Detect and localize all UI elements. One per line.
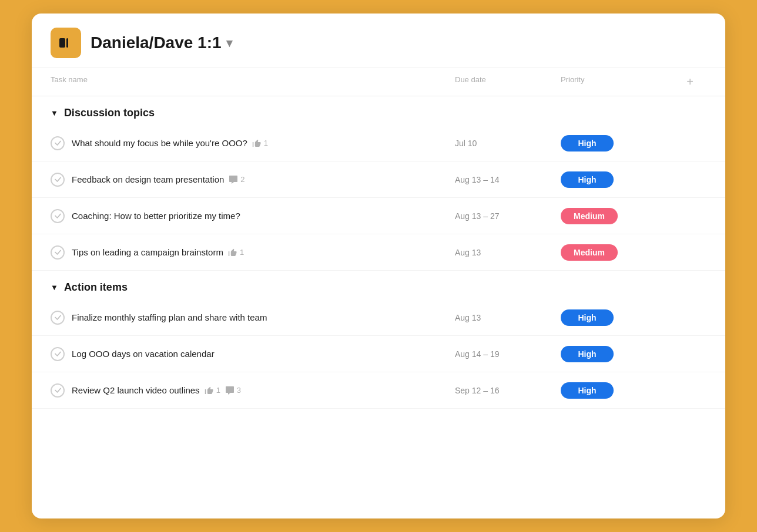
sections-container: ▼ Discussion topics What should my focus… — [32, 96, 725, 409]
priority-badge[interactable]: High — [561, 346, 614, 362]
task-row: What should my focus be while you're OOO… — [32, 125, 725, 161]
priority-badge[interactable]: Medium — [561, 244, 618, 261]
due-date: Aug 13 – 27 — [450, 211, 556, 221]
task-checkbox[interactable] — [51, 311, 65, 325]
due-date: Jul 10 — [450, 139, 556, 148]
task-name-cell: Tips on leading a campaign brainstorm 1 — [51, 238, 450, 267]
task-label: Finalize monthly staffing plan and share… — [72, 312, 267, 322]
priority-badge[interactable]: High — [561, 382, 614, 399]
task-row: Finalize monthly staffing plan and share… — [32, 299, 725, 336]
due-date: Aug 13 — [450, 313, 556, 322]
add-column-button[interactable]: + — [674, 68, 706, 96]
svg-rect-0 — [59, 38, 65, 48]
task-label: Feedback on design team presentation 2 — [72, 174, 245, 184]
priority-cell: High — [556, 346, 674, 362]
task-name-cell: Feedback on design team presentation 2 — [51, 166, 450, 194]
header: Daniela/Dave 1:1 ▾ — [32, 14, 725, 68]
section-header-action-items: ▼ Action items — [32, 271, 725, 299]
section-title-action-items: Action items — [64, 281, 128, 294]
task-label: Log OOO days on vacation calendar — [72, 349, 215, 359]
app-icon — [51, 28, 81, 58]
task-row: Feedback on design team presentation 2 A… — [32, 161, 725, 198]
svg-rect-1 — [66, 38, 68, 48]
task-checkbox[interactable] — [51, 173, 65, 187]
col-header-priority: Priority — [556, 68, 674, 96]
page-title: Daniela/Dave 1:1 ▾ — [91, 33, 232, 52]
priority-cell: Medium — [556, 244, 674, 261]
title-text: Daniela/Dave 1:1 — [91, 33, 222, 52]
task-name-cell: Coaching: How to better prioritize my ti… — [51, 202, 450, 230]
task-checkbox[interactable] — [51, 383, 65, 398]
task-label: Coaching: How to better prioritize my ti… — [72, 211, 240, 221]
task-label: Tips on leading a campaign brainstorm 1 — [72, 247, 244, 257]
section-title-discussion-topics: Discussion topics — [64, 107, 155, 119]
comment-count: 3 — [225, 386, 241, 395]
like-count: 1 — [252, 139, 268, 148]
task-name-cell: Finalize monthly staffing plan and share… — [51, 304, 450, 332]
like-count: 1 — [205, 386, 220, 395]
task-label: Review Q2 launch video outlines 1 3 — [72, 385, 241, 395]
table-header: Task name Due date Priority + — [32, 68, 725, 96]
section-collapse-action-items[interactable]: ▼ — [51, 283, 58, 292]
comment-count: 2 — [229, 175, 244, 184]
priority-cell: High — [556, 171, 674, 188]
task-row: Log OOO days on vacation calendar Aug 14… — [32, 336, 725, 372]
due-date: Aug 13 — [450, 248, 556, 257]
due-date: Sep 12 – 16 — [450, 386, 556, 395]
col-header-due-date: Due date — [450, 68, 556, 96]
task-checkbox[interactable] — [51, 209, 65, 223]
section-header-discussion-topics: ▼ Discussion topics — [32, 96, 725, 125]
priority-badge[interactable]: Medium — [561, 208, 618, 224]
task-name-cell: What should my focus be while you're OOO… — [51, 129, 450, 157]
task-checkbox[interactable] — [51, 136, 65, 150]
title-chevron[interactable]: ▾ — [226, 36, 232, 50]
task-checkbox[interactable] — [51, 245, 65, 260]
priority-cell: High — [556, 382, 674, 399]
task-label: What should my focus be while you're OOO… — [72, 138, 268, 148]
priority-cell: High — [556, 135, 674, 151]
priority-badge[interactable]: High — [561, 171, 614, 188]
task-name-cell: Log OOO days on vacation calendar — [51, 340, 450, 368]
task-row: Coaching: How to better prioritize my ti… — [32, 198, 725, 234]
task-row: Tips on leading a campaign brainstorm 1 … — [32, 234, 725, 271]
priority-badge[interactable]: High — [561, 135, 614, 151]
task-row: Review Q2 launch video outlines 1 3 Sep … — [32, 372, 725, 409]
main-card: Daniela/Dave 1:1 ▾ Task name Due date Pr… — [32, 14, 725, 518]
priority-cell: Medium — [556, 208, 674, 224]
like-count: 1 — [228, 248, 244, 257]
due-date: Aug 13 – 14 — [450, 175, 556, 184]
task-name-cell: Review Q2 launch video outlines 1 3 — [51, 376, 450, 405]
priority-badge[interactable]: High — [561, 309, 614, 326]
col-header-task-name: Task name — [51, 68, 450, 96]
task-checkbox[interactable] — [51, 347, 65, 361]
priority-cell: High — [556, 309, 674, 326]
due-date: Aug 14 – 19 — [450, 349, 556, 359]
section-collapse-discussion-topics[interactable]: ▼ — [51, 109, 58, 117]
